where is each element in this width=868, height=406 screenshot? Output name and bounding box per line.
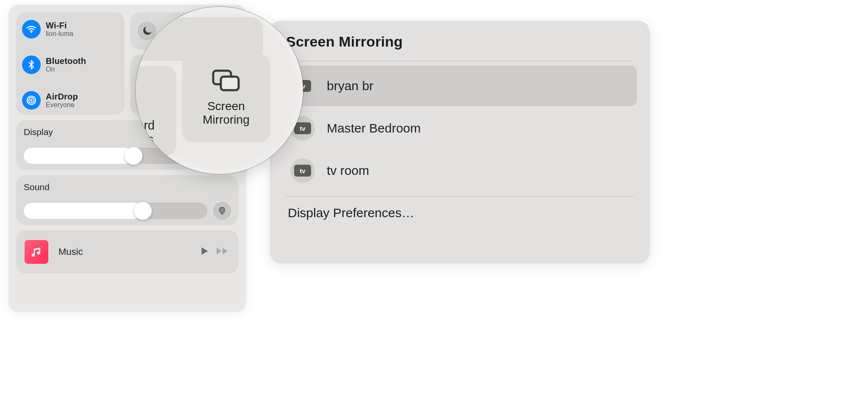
- svg-point-0: [31, 32, 32, 33]
- airdrop-status: Everyone: [46, 101, 78, 109]
- mirroring-device-0-label: bryan br: [327, 79, 373, 93]
- sound-label: Sound: [24, 182, 231, 192]
- wifi-icon: [22, 20, 41, 39]
- mirroring-device-1-label: Master Bedroom: [327, 121, 421, 135]
- separator: [286, 196, 634, 196]
- mirroring-device-1[interactable]: tv Master Bedroom: [283, 108, 637, 149]
- screen-mirroring-icon: [211, 69, 241, 93]
- bluetooth-icon: [22, 55, 41, 74]
- wifi-label: Wi-Fi: [46, 21, 73, 30]
- display-slider-thumb[interactable]: [125, 147, 142, 165]
- sound-slider-fill: [24, 203, 143, 219]
- airplay-audio-button[interactable]: [213, 202, 231, 220]
- magnifier-callout: ırd ss Screen Mirroring: [136, 7, 303, 174]
- bluetooth-status: On: [46, 66, 86, 73]
- display-slider-fill: [24, 148, 134, 164]
- bluetooth-text: Bluetooth On: [46, 56, 86, 73]
- now-playing-app: Music: [58, 246, 189, 257]
- airdrop-toggle[interactable]: AirDrop Everyone: [22, 89, 119, 111]
- now-playing-tile[interactable]: Music: [16, 230, 239, 273]
- moon-icon: [138, 22, 156, 40]
- svg-point-1: [30, 99, 32, 101]
- next-track-button[interactable]: [216, 246, 230, 258]
- bluetooth-toggle[interactable]: Bluetooth On: [22, 54, 119, 76]
- wifi-text: Wi-Fi lion-luma: [46, 21, 73, 38]
- airdrop-icon: [22, 91, 41, 110]
- svg-rect-8: [221, 77, 239, 90]
- airdrop-label: AirDrop: [46, 92, 78, 102]
- music-app-icon: [25, 240, 48, 264]
- mirroring-device-2[interactable]: tv tv room: [283, 150, 637, 191]
- mirroring-device-2-label: tv room: [327, 163, 369, 178]
- connectivity-tile: Wi-Fi lion-luma Bluetooth On AirDrop: [16, 12, 125, 115]
- sound-slider[interactable]: [24, 203, 207, 219]
- wifi-toggle[interactable]: Wi-Fi lion-luma: [22, 18, 119, 40]
- appletv-icon: tv: [290, 158, 315, 183]
- wifi-status: lion-luma: [46, 30, 73, 38]
- magnified-screen-mirroring-tile[interactable]: Screen Mirroring: [182, 53, 270, 142]
- music-controls: [199, 246, 230, 258]
- airdrop-text: AirDrop Everyone: [46, 92, 78, 109]
- mirroring-device-0[interactable]: tv bryan br: [283, 66, 637, 106]
- display-preferences-link[interactable]: Display Preferences…: [288, 206, 640, 220]
- sound-slider-wrap: [24, 203, 231, 219]
- sound-slider-thumb[interactable]: [134, 202, 152, 220]
- play-button[interactable]: [199, 246, 210, 258]
- svg-point-6: [221, 209, 223, 211]
- screen-mirroring-panel: Screen Mirroring tv bryan br tv Master B…: [270, 21, 650, 263]
- screen-mirroring-title: Screen Mirroring: [286, 33, 640, 50]
- separator: [286, 61, 634, 61]
- svg-point-5: [220, 207, 225, 213]
- bluetooth-label: Bluetooth: [46, 56, 86, 66]
- mir-label-bottom: Mirroring: [203, 113, 249, 127]
- mir-label-top: Screen: [207, 99, 245, 113]
- sound-tile: Sound: [16, 175, 239, 225]
